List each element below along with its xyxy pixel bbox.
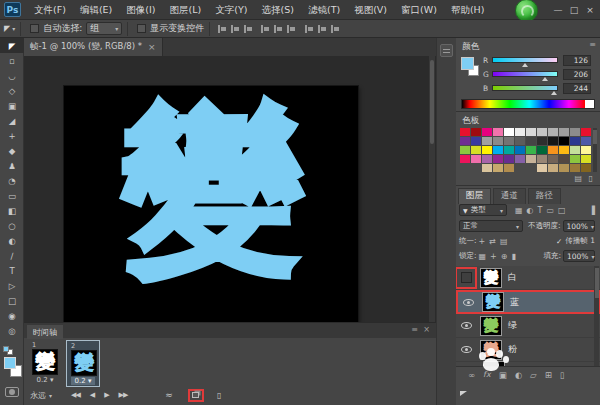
move-tool[interactable]: ◤ — [0, 38, 24, 53]
color-swatch[interactable] — [570, 164, 580, 172]
loop-count-dropdown[interactable]: 永远▾ — [30, 390, 52, 401]
color-swatch[interactable] — [570, 137, 580, 145]
color-swatch[interactable] — [559, 137, 569, 145]
eye-icon[interactable] — [461, 346, 472, 353]
foreground-color-swatch[interactable] — [4, 357, 16, 369]
dodge-tool[interactable]: ◐ — [0, 233, 24, 248]
visibility-toggle[interactable] — [456, 346, 476, 353]
color-swatch[interactable] — [493, 128, 503, 136]
color-swatch[interactable] — [515, 155, 525, 163]
distribute-left-icon[interactable] — [304, 24, 314, 34]
quick-selection-tool[interactable]: ◇ — [0, 83, 24, 98]
color-swatch[interactable] — [471, 128, 481, 136]
close-button[interactable]: × — [582, 0, 598, 20]
tween-button[interactable]: ≈ — [160, 388, 178, 402]
next-frame-button[interactable]: ▶▶ — [114, 389, 133, 401]
align-right-icon[interactable] — [243, 24, 253, 34]
menu-item[interactable]: 图层(L) — [163, 0, 209, 20]
color-swatch[interactable] — [460, 128, 470, 136]
auto-select-checkbox[interactable] — [30, 24, 39, 33]
channel-slider[interactable] — [492, 85, 558, 91]
delete-frame-button[interactable]: ▯ — [212, 389, 226, 402]
align-vcenter-icon[interactable] — [273, 24, 283, 34]
panel-close-icon[interactable]: × — [423, 325, 430, 334]
panel-menu-icon[interactable]: ≡ — [589, 40, 596, 49]
new-group-icon[interactable]: ▱ — [530, 370, 537, 380]
color-swatch[interactable] — [515, 137, 525, 145]
pen-tool[interactable]: ∕ — [0, 248, 24, 263]
properties-panel-icon[interactable] — [440, 44, 453, 57]
color-swatch[interactable] — [493, 155, 503, 163]
color-swatch[interactable] — [559, 128, 569, 136]
timeline-tab[interactable]: 时间轴 — [27, 325, 63, 339]
color-swatch[interactable] — [504, 128, 514, 136]
zoom-tool[interactable]: ◎ — [0, 323, 24, 338]
crop-tool[interactable]: ▣ — [0, 98, 24, 113]
hidden-eye-icon[interactable] — [461, 272, 472, 283]
color-swatch[interactable] — [471, 137, 481, 145]
duplicate-frame-button[interactable] — [188, 389, 204, 402]
color-swatch[interactable] — [526, 146, 536, 154]
foreground-color-swatch[interactable] — [461, 57, 474, 70]
layer-filter-icon[interactable]: ◐ — [527, 206, 534, 215]
color-swatch[interactable] — [570, 155, 580, 163]
align-top-icon[interactable] — [260, 24, 270, 34]
frame-delay-dropdown[interactable]: 0.2 ▾ — [71, 377, 95, 385]
color-swatch[interactable] — [471, 146, 481, 154]
color-swatch[interactable] — [482, 146, 492, 154]
visibility-toggle[interactable] — [456, 268, 476, 288]
show-transform-checkbox[interactable] — [137, 24, 146, 33]
layer-filter-icon[interactable]: T — [538, 206, 543, 215]
eye-icon[interactable] — [461, 322, 472, 329]
visibility-toggle[interactable] — [458, 299, 478, 306]
tab-通道[interactable]: 通道 — [493, 188, 526, 204]
gradient-tool[interactable]: ◧ — [0, 203, 24, 218]
color-swatch[interactable] — [548, 164, 558, 172]
blur-tool[interactable]: ○ — [0, 218, 24, 233]
channel-value[interactable]: 126 — [563, 55, 591, 66]
healing-brush-tool[interactable]: + — [0, 128, 24, 143]
color-swatch[interactable] — [493, 164, 503, 172]
play-button[interactable]: ▶ — [99, 389, 113, 401]
menu-item[interactable]: 图像(I) — [119, 0, 162, 20]
color-swatch[interactable] — [482, 137, 492, 145]
channel-value[interactable]: 244 — [563, 83, 591, 94]
color-swatch[interactable] — [559, 146, 569, 154]
color-swatch[interactable] — [504, 146, 514, 154]
slider-thumb[interactable] — [551, 91, 557, 95]
history-brush-tool[interactable]: ◔ — [0, 173, 24, 188]
color-swatch[interactable] — [548, 155, 558, 163]
filter-toggle-icon[interactable]: ▐ — [589, 206, 595, 215]
document-canvas[interactable]: 變 — [64, 86, 358, 322]
restore-button[interactable]: □ — [566, 0, 582, 20]
layer-mask-icon[interactable]: ▣ — [499, 370, 507, 380]
minimize-button[interactable]: — — [550, 0, 566, 20]
color-swatch[interactable] — [559, 155, 569, 163]
animation-frame-1[interactable]: 1變0.2 ▾ — [28, 340, 62, 387]
color-swatch[interactable] — [581, 146, 591, 154]
color-swatch[interactable] — [504, 137, 514, 145]
layer-filter-icon[interactable]: ▭ — [546, 206, 554, 215]
color-swatch[interactable] — [460, 155, 470, 163]
align-hcenter-icon[interactable] — [230, 24, 240, 34]
delete-layer-icon[interactable]: ▯ — [560, 370, 565, 380]
color-swatch[interactable] — [482, 164, 492, 172]
layer-filter-icon[interactable]: □ — [558, 206, 566, 215]
layer-row-粉[interactable]: 變粉 — [456, 338, 600, 362]
color-swatch[interactable] — [537, 128, 547, 136]
menu-item[interactable]: 滤镜(T) — [301, 0, 347, 20]
eye-icon[interactable] — [463, 299, 474, 306]
menu-item[interactable]: 编辑(E) — [73, 0, 119, 20]
color-swatch[interactable] — [493, 137, 503, 145]
align-left-icon[interactable] — [217, 24, 227, 34]
distribute-hcenter-icon[interactable] — [317, 24, 327, 34]
color-swatch[interactable] — [537, 155, 547, 163]
color-swatch[interactable] — [504, 164, 514, 172]
tab-路径[interactable]: 路径 — [528, 188, 561, 204]
tool-preset-icon[interactable]: ◤▾ — [4, 24, 15, 33]
color-swatch[interactable] — [537, 137, 547, 145]
color-swatch[interactable] — [581, 164, 591, 172]
clone-stamp-tool[interactable]: ♟ — [0, 158, 24, 173]
tab-close-icon[interactable]: × — [148, 42, 156, 52]
color-swatch[interactable] — [537, 164, 547, 172]
